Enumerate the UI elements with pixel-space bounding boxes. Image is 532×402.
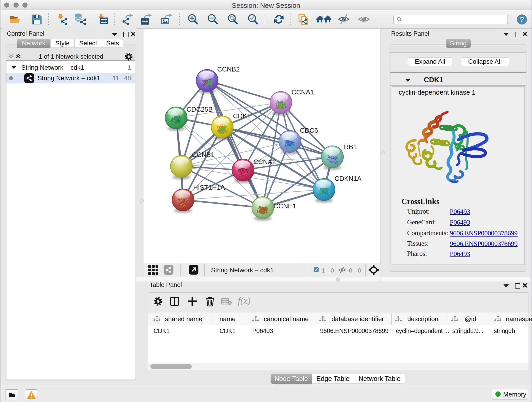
svg-text:CCNB2: CCNB2 [217,65,240,73]
svg-text:HIST1H1A: HIST1H1A [193,184,225,191]
svg-text:CDC6: CDC6 [300,127,318,134]
svg-text:CDK1: CDK1 [233,112,251,120]
svg-text:CCNE1: CCNE1 [273,202,296,210]
svg-text:CCNA1: CCNA1 [291,89,314,96]
svg-text:CDKN1A: CDKN1A [335,175,361,182]
svg-text:CCNA2: CCNA2 [253,158,276,166]
svg-text:CDC25B: CDC25B [186,106,213,113]
svg-text:RB1: RB1 [344,143,357,151]
svg-text:CCNB1: CCNB1 [192,151,215,158]
